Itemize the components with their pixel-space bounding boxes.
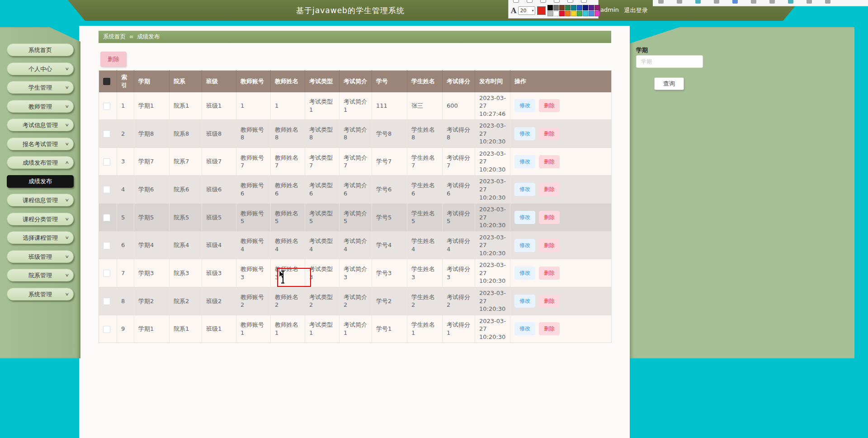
- sidebar-item-label: 成绩发布: [28, 178, 52, 185]
- row-checkbox[interactable]: [103, 214, 110, 221]
- delete-button[interactable]: 删除: [539, 183, 560, 196]
- edit-button[interactable]: 修改: [514, 127, 535, 140]
- delete-button[interactable]: 删除: [539, 239, 560, 252]
- toolbar-icon[interactable]: [527, 0, 533, 3]
- sidebar-item[interactable]: 班级管理 ∨: [7, 250, 74, 263]
- caret-down-icon: ▾: [532, 9, 533, 13]
- delete-button[interactable]: 删除: [539, 322, 560, 335]
- cell-time: 2023-03-27 10:27:46: [475, 92, 510, 120]
- sidebar-item[interactable]: 教师管理 ∨: [7, 100, 74, 113]
- toolbar-icon[interactable]: [554, 0, 560, 3]
- toolbar-icon[interactable]: [658, 0, 664, 4]
- toolbar-icon[interactable]: [751, 0, 756, 4]
- cell-student_no: 学号5: [372, 204, 407, 232]
- toolbar-icon[interactable]: [540, 0, 546, 3]
- palette-color-swatch[interactable]: [565, 11, 571, 16]
- row-checkbox[interactable]: [103, 103, 110, 110]
- sidebar-item[interactable]: 系统首页: [7, 43, 74, 56]
- toolbar-icon[interactable]: [714, 0, 719, 4]
- cell-clazz: 班级4: [202, 231, 236, 259]
- row-checkbox[interactable]: [103, 270, 110, 277]
- toolbar-icon[interactable]: [581, 0, 587, 3]
- palette-color-swatch[interactable]: [571, 11, 576, 16]
- toolbar-icon[interactable]: [732, 0, 738, 4]
- palette-color-swatch[interactable]: [594, 5, 600, 10]
- palette-color-swatch[interactable]: [547, 5, 553, 10]
- delete-button[interactable]: 删除: [539, 99, 560, 112]
- palette-color-swatch[interactable]: [577, 11, 582, 16]
- sidebar-item[interactable]: 报名考试管理 ∨: [7, 138, 74, 150]
- cell-student_name: 学生姓名6: [407, 176, 443, 204]
- palette-color-swatch[interactable]: [547, 11, 553, 16]
- palette-color-swatch[interactable]: [553, 5, 559, 10]
- delete-button[interactable]: 删除: [539, 267, 560, 280]
- toolbar-icon[interactable]: [807, 0, 812, 4]
- edit-button[interactable]: 修改: [514, 155, 535, 168]
- toolbar-icon[interactable]: [788, 0, 793, 4]
- sidebar-item[interactable]: 考试信息管理 ∨: [7, 119, 74, 131]
- sidebar-item-active[interactable]: 成绩发布: [7, 175, 74, 188]
- sidebar-item[interactable]: 学生管理 ∨: [7, 81, 74, 94]
- delete-button[interactable]: 删除: [539, 295, 560, 308]
- palette-color-swatch[interactable]: [565, 5, 571, 10]
- row-checkbox[interactable]: [103, 326, 110, 333]
- row-checkbox[interactable]: [103, 186, 110, 193]
- current-color-swatch[interactable]: [537, 6, 546, 15]
- delete-button[interactable]: 删除: [539, 211, 560, 224]
- sidebar-item[interactable]: 系统管理 ∨: [7, 288, 74, 300]
- row-checkbox[interactable]: [103, 158, 110, 166]
- palette-color-swatch[interactable]: [571, 5, 576, 10]
- chevron-icon: ∨: [65, 100, 70, 113]
- row-checkbox[interactable]: [103, 242, 110, 249]
- sidebar-item[interactable]: 课程分类管理 ∨: [7, 213, 74, 225]
- sidebar-item[interactable]: 课程信息管理 ∨: [7, 194, 74, 206]
- toolbar-icon[interactable]: [677, 0, 682, 4]
- cell-exam_intro: 考试简介8: [340, 120, 372, 148]
- cell-score: 考试得分4: [443, 231, 475, 259]
- palette-color-swatch[interactable]: [559, 11, 565, 16]
- palette-color-swatch[interactable]: [583, 5, 588, 10]
- cell-semester: 学期2: [134, 287, 170, 315]
- palette-color-swatch[interactable]: [583, 11, 588, 16]
- row-checkbox[interactable]: [103, 130, 110, 138]
- select-all-checkbox[interactable]: [103, 78, 110, 85]
- delete-button[interactable]: 删除: [539, 127, 560, 140]
- edit-button[interactable]: 修改: [514, 183, 535, 196]
- edit-button[interactable]: 修改: [514, 239, 535, 252]
- sidebar-item[interactable]: 院系管理 ∨: [7, 269, 74, 281]
- toolbar-icon[interactable]: [695, 0, 701, 4]
- palette-color-swatch[interactable]: [577, 5, 582, 10]
- semester-input[interactable]: [636, 55, 703, 68]
- palette-color-swatch[interactable]: [559, 5, 565, 10]
- edit-button[interactable]: 修改: [514, 99, 535, 112]
- column-header: 考试简介: [340, 71, 372, 92]
- bulk-delete-button[interactable]: 删除: [100, 52, 127, 67]
- cell-exam_intro: 考试简介1: [340, 92, 372, 120]
- font-size-select[interactable]: 20 ▾: [518, 6, 535, 15]
- palette-color-swatch[interactable]: [589, 11, 594, 16]
- toolbar-icon[interactable]: [825, 0, 830, 4]
- sidebar-item-label: 课程信息管理: [23, 197, 58, 204]
- toolbar-icon[interactable]: [513, 0, 519, 3]
- palette-color-swatch[interactable]: [553, 11, 559, 16]
- toolbar-icon[interactable]: [769, 0, 775, 4]
- sidebar-item[interactable]: 成绩发布管理 ∧: [7, 156, 74, 169]
- sidebar-item[interactable]: 选择课程管理 ∨: [7, 231, 74, 244]
- edit-button[interactable]: 修改: [514, 322, 535, 335]
- palette-color-swatch[interactable]: [589, 5, 594, 10]
- edit-button[interactable]: 修改: [514, 211, 535, 224]
- toolbar-icon[interactable]: [567, 0, 573, 3]
- edit-button[interactable]: 修改: [514, 295, 535, 308]
- sidebar-item[interactable]: 个人中心 ∨: [7, 62, 74, 75]
- app-root: 基于javaweb的学生管理系统 admin 退出登录 系统首页 个人中心 ∨ …: [0, 0, 868, 438]
- palette-color-swatch[interactable]: [594, 11, 600, 16]
- logout-link[interactable]: 退出登录: [624, 6, 648, 14]
- text-tool-icon[interactable]: A: [511, 7, 516, 14]
- cell-clazz: 班级1: [202, 315, 236, 343]
- breadcrumb-home[interactable]: 系统首页: [103, 33, 126, 41]
- breadcrumb-separator-icon: ≡: [129, 34, 133, 40]
- edit-button[interactable]: 修改: [514, 267, 535, 280]
- delete-button[interactable]: 删除: [539, 155, 560, 168]
- row-checkbox[interactable]: [103, 298, 110, 305]
- query-button[interactable]: 查询: [654, 77, 684, 90]
